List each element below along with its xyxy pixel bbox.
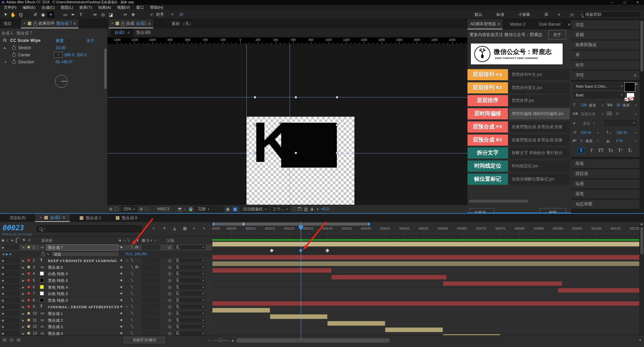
scripts-about-button[interactable]: 关于 xyxy=(548,30,566,39)
video-toggle[interactable]: ◉ xyxy=(1,311,5,316)
font-family-select[interactable]: Noto Sans S Chin...▾ xyxy=(574,83,624,89)
layer-name[interactable]: 黑色 纯色 6 xyxy=(48,278,68,283)
layer-duration-bar[interactable] xyxy=(212,308,270,313)
switch-cell[interactable] xyxy=(146,285,151,290)
tab-composition[interactable]: × 合成 合成1 ≡ xyxy=(109,19,153,28)
solo-toggle[interactable] xyxy=(10,278,15,283)
label-color-chip[interactable] xyxy=(27,245,30,249)
audio-toggle[interactable] xyxy=(5,324,10,329)
quality-switch-icon[interactable]: ♣ xyxy=(120,278,123,282)
solo-toggle[interactable] xyxy=(10,271,15,276)
pan-behind-tool-icon[interactable]: ✛ xyxy=(47,11,55,18)
panel-menu-icon[interactable]: ≡ xyxy=(148,21,151,26)
video-toggle[interactable]: ◉ xyxy=(1,304,5,309)
direction-dial[interactable] xyxy=(55,75,68,88)
switch-cell[interactable] xyxy=(146,291,151,296)
quality-sampling-icon[interactable]: ╲ xyxy=(131,291,133,295)
layer-name[interactable]: 预合成 3 xyxy=(48,324,63,329)
script-desc[interactable]: 时间线定位.jsx xyxy=(509,161,570,172)
sidebar-item-段落[interactable]: 段落 xyxy=(571,159,640,168)
switch-cell[interactable] xyxy=(151,265,156,270)
solo-toggle[interactable] xyxy=(10,285,15,290)
workspace-overflow-icon[interactable]: » xyxy=(555,12,563,17)
magnification-select[interactable]: 25% ▾ xyxy=(121,206,137,212)
source-name-column[interactable]: 源名称 xyxy=(41,238,52,243)
layer-row-6[interactable]: ◉▶6黄色 纯色 4♣╲◎无▾ xyxy=(0,284,212,291)
about-link[interactable]: 关于... xyxy=(86,38,98,44)
tab-overflow-icon[interactable]: » xyxy=(568,22,570,27)
parent-pickwhip-icon[interactable]: ◎ xyxy=(168,318,171,322)
quality-switch-icon[interactable]: ♣ xyxy=(120,258,123,262)
kerning-value[interactable]: 度量标准 xyxy=(581,112,595,117)
switch-cell[interactable] xyxy=(151,258,156,263)
switch-cell[interactable] xyxy=(142,271,146,276)
audio-toggle[interactable] xyxy=(5,318,10,323)
switch-cell[interactable] xyxy=(146,258,151,263)
stroke-width-value[interactable]: - 像素 xyxy=(581,121,590,126)
switch-cell[interactable] xyxy=(156,318,160,323)
layer-row-1[interactable]: ◉▼1预合成 7♣╲fx◎无▾ xyxy=(0,244,212,251)
script-button-帧位置标记[interactable]: 帧位置标记 xyxy=(467,174,508,185)
selection-handle[interactable] xyxy=(254,124,256,126)
video-toggle[interactable]: ◉ xyxy=(1,265,5,270)
roto-brush-tool-icon[interactable]: ✂ xyxy=(122,11,129,18)
scale-property-row[interactable]: ◀◆▶∿缩放75.0, 100.0% xyxy=(0,251,212,258)
switch-cell[interactable] xyxy=(142,318,146,323)
tab-ae-script-manager[interactable]: AE脚本管理器 ≡ xyxy=(467,19,503,29)
twirl-icon[interactable]: ▼ xyxy=(4,61,7,64)
menu-item[interactable]: 效果(T) xyxy=(76,5,95,10)
timeline-hscrollbar[interactable] xyxy=(236,338,390,343)
solo-toggle[interactable] xyxy=(10,304,15,309)
quality-sampling-icon[interactable]: ╲ xyxy=(131,318,133,322)
parent-dropdown[interactable]: 无▾ xyxy=(173,258,206,263)
solo-toggle[interactable] xyxy=(10,265,15,270)
switch-cell[interactable] xyxy=(146,271,151,276)
layer-duration-bar[interactable] xyxy=(212,242,639,247)
label-color-chip[interactable] xyxy=(27,312,30,315)
quality-sampling-icon[interactable]: ╲ xyxy=(131,305,133,308)
quality-switch-icon[interactable]: ♣ xyxy=(120,318,123,322)
parent-dropdown[interactable]: 无▾ xyxy=(173,278,206,283)
mask-feather-icon[interactable]: ✳ xyxy=(170,12,174,17)
switch-cell[interactable] xyxy=(142,258,146,263)
twirl-icon[interactable]: ▶ xyxy=(22,292,24,295)
lock-icon[interactable] xyxy=(121,23,125,26)
parent-dropdown[interactable]: 无▾ xyxy=(173,265,206,270)
panel-menu-icon[interactable]: ≡ xyxy=(74,21,76,26)
switch-cell[interactable] xyxy=(146,278,151,283)
layer-row-8[interactable]: ◉▶8黑色 纯色 6♣╲◎无▾ xyxy=(0,297,212,304)
workspace-tab-库[interactable]: 库 xyxy=(537,12,556,17)
workspace-tab-默认[interactable]: 默认 xyxy=(467,12,489,17)
timeline-button-icon[interactable]: ▥ xyxy=(304,207,308,211)
sidebar-item-跟踪器[interactable]: 跟踪器 xyxy=(571,169,640,178)
layer-name[interactable]: 白色 纯色 9 xyxy=(48,271,68,277)
layer-row-3[interactable]: ◉▶3预合成 6♣╲fx◎无▾ xyxy=(0,264,212,271)
motion-blur-icon[interactable]: ◐ xyxy=(193,226,195,231)
switch-cell[interactable] xyxy=(156,311,160,316)
video-toggle[interactable]: ◉ xyxy=(1,271,5,276)
script-button-层层排列[interactable]: 层层排列英文 xyxy=(467,82,508,93)
layer-duration-bar[interactable] xyxy=(212,261,639,266)
menu-item[interactable]: 图层(L) xyxy=(58,5,76,10)
property-value[interactable]: 380.0, 290.0 xyxy=(64,53,87,57)
sidebar-item-画笔[interactable]: 画笔 xyxy=(571,190,640,199)
stopwatch-icon[interactable] xyxy=(12,60,16,64)
effect-switch-icon[interactable]: ☼ xyxy=(126,258,129,262)
switch-cell[interactable] xyxy=(151,285,156,290)
snapshot-icon[interactable]: ⬒ xyxy=(178,207,182,211)
swap-colors-icon[interactable]: ⇄ xyxy=(635,82,638,86)
parent-pickwhip-icon[interactable]: ◎ xyxy=(168,285,171,289)
selection-handle[interactable] xyxy=(336,96,338,98)
label-color-chip[interactable] xyxy=(27,325,30,328)
switch-cell[interactable] xyxy=(151,324,156,329)
label-color-chip[interactable] xyxy=(27,265,30,269)
timeline-tab-渲染队列[interactable]: 渲染队列 xyxy=(5,214,30,222)
script-desc[interactable]: 层时间偏移 随机时间偏移.jsx xyxy=(509,108,570,119)
quality-sampling-icon[interactable]: ╲ xyxy=(131,258,133,262)
timeline-search-box[interactable]: ▾ xyxy=(36,225,142,232)
script-desc[interactable]: 拆解文字 单独拆分 整行拆分 xyxy=(509,147,570,158)
effect-name[interactable]: CC Scale Wipe xyxy=(10,38,41,43)
parent-pickwhip-icon[interactable]: ◎ xyxy=(168,245,171,250)
twirl-icon[interactable]: ▶ xyxy=(22,299,24,302)
lock-toggle[interactable] xyxy=(15,324,19,329)
